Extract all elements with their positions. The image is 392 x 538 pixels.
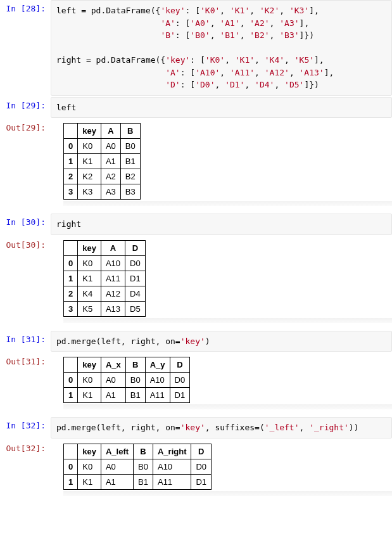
prompt-in: In [31]:	[0, 331, 51, 352]
code-token: 'A12'	[265, 68, 289, 77]
table-row: 0K0A0B0A10D0	[64, 373, 190, 388]
code-token: 'K0'	[205, 55, 225, 65]
code-token: ,	[300, 423, 310, 432]
cell-value: K1	[78, 271, 101, 286]
cell-value: D1	[125, 271, 146, 286]
code-token: )	[205, 336, 210, 346]
cell-value: K1	[78, 474, 101, 489]
code-token: 'K5'	[294, 55, 314, 65]
code-token: left	[56, 6, 81, 15]
code-token: 'D4'	[255, 80, 274, 89]
code-token: 'B'	[160, 30, 175, 40]
index-header: 1	[64, 474, 78, 489]
cell-value: B1	[134, 474, 153, 489]
code-token: ,	[250, 6, 260, 15]
code-token: ,	[240, 18, 250, 28]
cell-value: A12	[101, 286, 125, 301]
code-token: ,	[255, 55, 265, 65]
code-token: 'B3'	[279, 30, 299, 40]
code-token: ,	[240, 30, 250, 40]
index-header: 2	[64, 169, 78, 184]
prompt-in: In [30]:	[0, 214, 51, 235]
corner-cell	[64, 240, 78, 255]
corner-cell	[64, 444, 78, 459]
cell-value: B0	[120, 139, 140, 154]
code-token: ,	[279, 6, 289, 15]
code-token: , suffixes=(	[205, 423, 265, 432]
cell-value: K0	[78, 459, 101, 474]
cell-value: A0	[101, 139, 120, 154]
dataframe-table: keyAB0K0A0B01K1A1B12K2A2B23K3A3B3	[63, 123, 141, 200]
cell-value: B0	[134, 459, 153, 474]
code-token: 'K1'	[230, 6, 250, 15]
code-input[interactable]: left	[51, 97, 392, 118]
corner-cell	[64, 124, 78, 139]
column-header: key	[78, 357, 101, 373]
code-token: : [	[190, 55, 205, 65]
dataframe-table: keyA_xBA_yD0K0A0B0A10D01K1A1B1A11D1	[63, 357, 190, 403]
scroll-shadow	[63, 491, 392, 496]
code-token: 'A10'	[195, 68, 220, 77]
cell-value: B1	[120, 154, 140, 169]
code-token: ,	[274, 80, 284, 89]
code-token: 'A2'	[250, 18, 269, 28]
input-cell: In [30]:right	[0, 214, 392, 235]
code-token: ,	[284, 55, 294, 65]
column-header: A	[101, 240, 125, 255]
code-token: pd.merge(left, right, on=	[56, 423, 180, 432]
output-cell: Out[30]: keyAD0K0A10D01K1A11D12K4A12D43K…	[0, 236, 392, 330]
scroll-shadow	[63, 404, 392, 409]
cell-value: A2	[101, 169, 120, 184]
code-token: '_right'	[309, 423, 349, 432]
column-header: key	[78, 444, 101, 459]
code-token: 'A11'	[230, 68, 255, 77]
code-token: ],	[324, 68, 334, 77]
code-token: ))	[349, 423, 359, 432]
code-token: 'A3'	[279, 18, 299, 28]
prompt-out: Out[32]:	[0, 440, 51, 503]
cell-value: D4	[125, 286, 146, 301]
column-header: D	[170, 357, 190, 373]
table-row: 1K1A1B1A11D1	[64, 474, 212, 489]
code-input[interactable]: pd.merge(left, right, on='key', suffixes…	[51, 417, 392, 439]
code-input[interactable]: pd.merge(left, right, on='key')	[51, 331, 392, 352]
code-token: ,	[270, 18, 280, 28]
column-header: key	[78, 124, 101, 139]
code-token: 'key'	[180, 336, 205, 346]
cell-value: A3	[101, 184, 120, 200]
code-token: ,	[289, 68, 300, 77]
code-token: 'D5'	[284, 80, 304, 89]
cell-value: A10	[153, 459, 191, 474]
prompt-in: In [29]:	[0, 97, 51, 118]
code-token: = pd.DataFrame({	[81, 6, 160, 15]
code-token: : [	[180, 80, 195, 89]
scroll-shadow	[63, 318, 392, 323]
column-header: D	[191, 444, 212, 459]
code-token	[56, 30, 160, 40]
cell-value: A11	[153, 474, 191, 489]
cell-value: K0	[78, 373, 101, 388]
prompt-out: Out[31]:	[0, 353, 51, 416]
table-row: 1K1A11D1	[64, 271, 146, 286]
code-token: : [	[175, 30, 190, 40]
table-row: 3K3A3B3	[64, 184, 141, 200]
column-header: A	[101, 124, 120, 139]
code-token: right	[56, 55, 86, 65]
code-input[interactable]: right	[51, 214, 392, 235]
cell-value: K2	[78, 169, 101, 184]
index-header: 0	[64, 373, 78, 388]
code-token: 'K0'	[200, 6, 220, 15]
input-cell: In [32]:pd.merge(left, right, on='key', …	[0, 417, 392, 439]
code-token: right	[56, 219, 81, 229]
index-header: 3	[64, 301, 78, 316]
table-row: 0K0A10D0	[64, 255, 146, 271]
column-header: A_left	[101, 444, 133, 459]
index-header: 0	[64, 459, 78, 474]
cell-value: D1	[191, 474, 212, 489]
code-token: 'D0'	[195, 80, 215, 89]
code-input[interactable]: left = pd.DataFrame({'key': ['K0', 'K1',…	[51, 0, 392, 96]
column-header: A_x	[101, 357, 125, 373]
index-header: 3	[64, 184, 78, 200]
code-token: ],	[300, 18, 310, 28]
code-token: ,	[220, 6, 230, 15]
